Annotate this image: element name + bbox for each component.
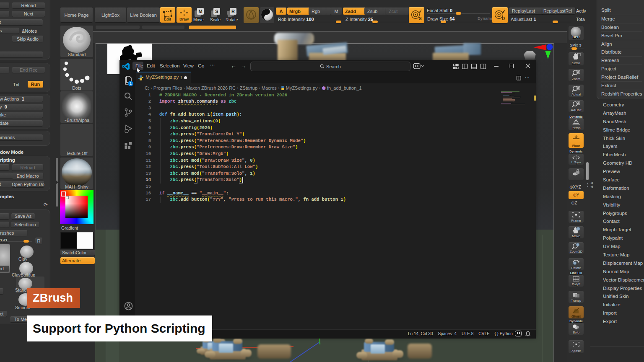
svg-text:Draw: Draw bbox=[179, 17, 189, 21]
svg-text:Edit: Edit bbox=[164, 17, 171, 21]
svg-text:D: D bbox=[502, 16, 505, 21]
svg-text:S: S bbox=[419, 16, 422, 21]
